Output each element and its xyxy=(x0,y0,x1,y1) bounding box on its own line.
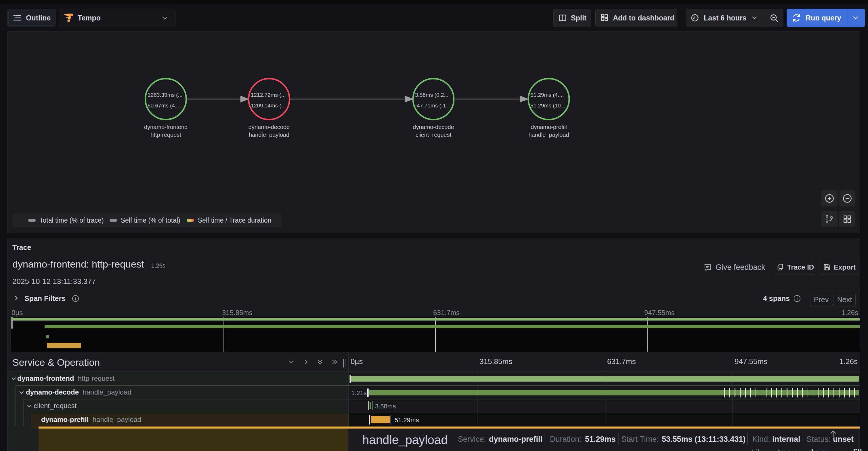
svg-text:1209.14ms (...: 1209.14ms (... xyxy=(251,103,286,109)
svg-text:51.29ms (4....: 51.29ms (4.... xyxy=(530,92,564,98)
svg-text:handle_payload: handle_payload xyxy=(249,132,289,138)
svg-text:handle_payload: handle_payload xyxy=(528,132,569,138)
svg-text:51.29ms (10...: 51.29ms (10... xyxy=(530,103,565,109)
svg-text:3.58ms (0.2...: 3.58ms (0.2... xyxy=(415,92,448,98)
svg-text:client_request: client_request xyxy=(415,132,452,138)
svg-text:1212.72ms (...: 1212.72ms (... xyxy=(251,92,286,98)
svg-text:dynamo-prefill: dynamo-prefill xyxy=(531,124,567,130)
svg-text:1263.39ms (...: 1263.39ms (... xyxy=(148,92,182,98)
svg-text:dynamo-decode: dynamo-decode xyxy=(248,124,290,130)
svg-text:-47.71ms (-1...: -47.71ms (-1... xyxy=(415,103,451,109)
svg-text:50.67ms (4....: 50.67ms (4.... xyxy=(148,103,181,109)
svg-text:dynamo-frontend: dynamo-frontend xyxy=(144,124,188,130)
svg-text:dynamo-decode: dynamo-decode xyxy=(413,124,454,130)
svg-text:http-request: http-request xyxy=(150,132,181,138)
